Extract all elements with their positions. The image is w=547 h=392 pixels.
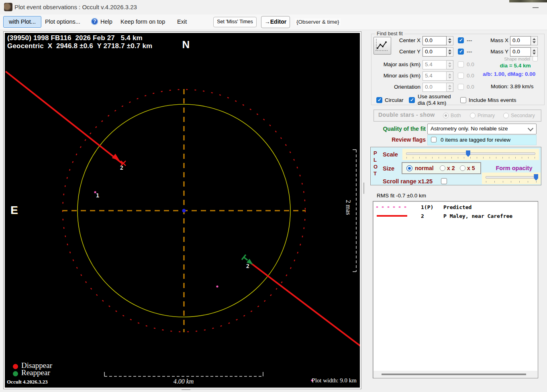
center-point	[182, 209, 186, 213]
observations-scrollbar[interactable]	[374, 371, 537, 378]
splitter-handle[interactable]	[363, 183, 364, 194]
size-x2-radio[interactable]	[440, 165, 445, 171]
spin-down-icon	[448, 77, 451, 79]
size-normal-radio[interactable]	[406, 165, 412, 171]
include-miss-events-checkbox[interactable]	[460, 97, 466, 103]
center-y-spinner[interactable]	[447, 47, 453, 57]
occult-version-label: Occult 4.2026.3.23	[7, 379, 48, 385]
center-x-label: Center X	[392, 37, 420, 43]
spin-up-icon[interactable]	[533, 49, 536, 51]
center-x-input[interactable]: 0.0	[422, 36, 447, 45]
center-x-spinner[interactable]	[447, 36, 453, 45]
mass-y-input[interactable]: 0.0	[510, 47, 531, 57]
slider-tick	[503, 181, 503, 183]
major-axis-spinner	[447, 60, 453, 69]
fit-graph-button[interactable]	[374, 37, 391, 55]
slider-tick	[406, 157, 407, 158]
double-stars-secondary-label: Secondary	[511, 113, 535, 118]
title-bar: Plot event observations : Occult v.4.202…	[0, 0, 547, 14]
spin-down-icon[interactable]	[448, 53, 451, 55]
with-plot-menu-button[interactable]: with Plot...	[3, 16, 41, 28]
spin-up-icon[interactable]	[533, 38, 536, 40]
shape-model-checkbox[interactable]	[533, 56, 538, 61]
observation-id: 1(P)	[421, 204, 443, 210]
observation-id: 2	[421, 213, 443, 219]
review-flags-checkbox[interactable]	[431, 137, 437, 142]
quality-of-fit-select[interactable]: Astrometry only. No reliable size	[427, 124, 537, 134]
km-scale-bar	[104, 372, 263, 376]
center-y-label: Center Y	[392, 49, 420, 55]
set-miss-times-button[interactable]: Set 'Miss' Times	[213, 17, 257, 27]
center-y-input[interactable]: 0.0	[422, 47, 447, 57]
help-icon[interactable]	[91, 18, 98, 25]
observation-row[interactable]: 1(P)Predicted	[373, 204, 538, 210]
observations-scrollbar-thumb[interactable]	[382, 374, 526, 375]
spin-up-icon[interactable]	[448, 38, 451, 40]
editor-button[interactable]: →Editor	[261, 16, 290, 28]
major-axis-checkbox	[458, 61, 464, 67]
exit-menu-item[interactable]: Exit	[177, 18, 187, 25]
form-opacity-track[interactable]	[486, 176, 537, 179]
double-stars-primary-radio[interactable]	[470, 113, 476, 118]
slider-tick	[445, 157, 445, 158]
plot-header-line2: Geocentric X 2946.8 ±0.6 Y 2718.7 ±0.7 k…	[7, 42, 152, 50]
slider-tick	[536, 181, 537, 183]
ab-dmag-label: a/b: 1.00, dMag: 0.00	[483, 71, 543, 77]
observer-time-label[interactable]: {Observer & time}	[295, 18, 341, 25]
spin-down-icon[interactable]	[533, 41, 536, 43]
scroll-range-label: Scroll range x1.25	[383, 178, 433, 185]
diameter-label: dia = 5.4 km	[493, 63, 537, 69]
scale-slider[interactable]	[402, 149, 539, 160]
double-stars-both-radio[interactable]	[443, 113, 449, 118]
scale-slider-ticks	[406, 157, 535, 159]
minimize-button[interactable]	[529, 3, 542, 12]
bottom-scroll-handle[interactable]	[182, 389, 190, 390]
window-title: Plot event observations : Occult v.4.202…	[14, 4, 137, 10]
chevron-down-icon	[528, 126, 533, 131]
desktop-background-strip	[509, 0, 547, 2]
scale-slider-track[interactable]	[406, 152, 535, 155]
scroll-range-checkbox[interactable]	[441, 178, 447, 184]
circular-checkbox[interactable]	[376, 97, 382, 103]
spin-down-icon[interactable]	[448, 41, 451, 43]
observation-row[interactable]: 2P Maley, near Carefree	[373, 213, 538, 219]
plot-options-menu-item[interactable]: Plot options...	[45, 18, 80, 25]
double-stars-primary-label: Primary	[478, 113, 495, 118]
form-opacity-thumb[interactable]	[534, 174, 538, 181]
help-menu-item[interactable]: Help	[100, 18, 112, 25]
size-label: Size	[383, 165, 394, 172]
mas-bar-label: 2 mas	[345, 200, 352, 215]
use-assumed-dia-checkbox[interactable]	[409, 97, 415, 103]
center-x-fit-checkbox[interactable]	[458, 37, 464, 43]
scale-label: Scale	[383, 151, 398, 158]
minor-axis-label: Minor axis (km)	[382, 73, 420, 79]
observed-chord-label-r: 2	[246, 263, 249, 269]
mass-x-spinner[interactable]	[531, 36, 538, 45]
mas-scale-bar	[353, 150, 356, 272]
mass-y-spinner[interactable]	[531, 47, 538, 57]
spin-up-icon[interactable]	[448, 49, 451, 51]
observations-list[interactable]: 1(P)Predicted2P Maley, near Carefree	[373, 201, 538, 378]
double-stars-secondary-radio[interactable]	[503, 113, 509, 118]
occultation-plot[interactable]: 122 (39950) 1998 FB116 2026 Feb 27 5.4 k…	[5, 33, 360, 388]
spin-up-icon	[448, 85, 451, 87]
reappear-dot-icon	[13, 371, 18, 376]
form-opacity-slider[interactable]	[482, 173, 541, 184]
shape-model-label: Shape model	[498, 57, 530, 61]
app-icon	[4, 3, 12, 11]
observation-name: Predicted	[443, 204, 471, 210]
slider-tick	[451, 157, 452, 158]
size-x5-radio[interactable]	[460, 165, 465, 171]
slider-tick	[426, 157, 426, 158]
center-y-fit-checkbox[interactable]	[458, 49, 464, 55]
mass-x-input[interactable]: 0.0	[510, 36, 531, 45]
slider-tick	[494, 181, 495, 183]
major-axis-input: 5.4	[422, 60, 447, 69]
observed-chord	[6, 71, 122, 164]
keep-form-on-top-menu-item[interactable]: Keep form on top	[120, 18, 165, 25]
spin-down-icon[interactable]	[533, 53, 536, 55]
scale-slider-thumb[interactable]	[466, 150, 470, 157]
slider-tick	[511, 181, 511, 183]
slider-tick	[486, 181, 486, 183]
size-radio-group: normal x 2 x 5	[402, 162, 481, 174]
